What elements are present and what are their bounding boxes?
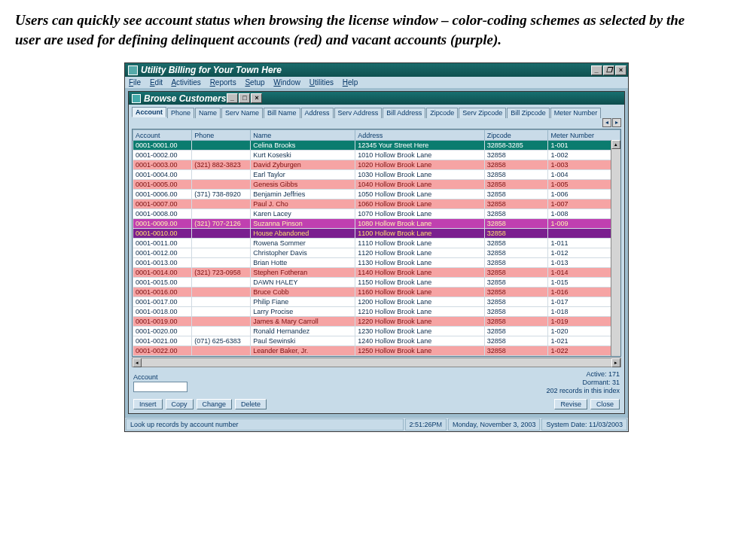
menu-setup[interactable]: Setup	[245, 78, 264, 87]
table-row[interactable]: 0001-0022.00Leander Baker, Jr.1250 Hollo…	[133, 346, 620, 356]
column-header[interactable]: Zipcode	[484, 130, 548, 141]
cell-zip: 32858	[484, 229, 548, 239]
table-row[interactable]: 0001-0021.00(071) 625-6383Paul Sewinski1…	[133, 336, 620, 346]
account-search-input[interactable]	[133, 382, 187, 392]
cell-zip: 32858	[484, 151, 548, 160]
tab-bill-zipcode[interactable]: Bill Zipcode	[507, 108, 550, 118]
menu-utilities[interactable]: Utilities	[309, 78, 334, 87]
tab-phone[interactable]: Phone	[167, 108, 194, 118]
horizontal-scrollbar[interactable]: ◂ ▸	[132, 358, 621, 367]
cell-zip: 32858	[484, 199, 548, 209]
child-maximize-button[interactable]: □	[239, 93, 250, 103]
tab-address[interactable]: Address	[301, 108, 334, 118]
menu-help[interactable]: Help	[343, 78, 358, 87]
cell-zip: 32858	[484, 307, 548, 317]
tab-scroll-right[interactable]: ▸	[612, 118, 621, 127]
cell-name: Ronald Hernandez	[251, 327, 355, 336]
cell-zip: 32858	[484, 239, 548, 248]
cell-account: 0001-0009.00	[133, 219, 192, 229]
close-button[interactable]: ×	[615, 65, 626, 75]
column-header[interactable]: Account	[133, 130, 192, 141]
minimize-button[interactable]: _	[591, 65, 602, 75]
data-grid[interactable]: AccountPhoneNameAddressZipcodeMeter Numb…	[132, 129, 621, 357]
cell-meter: 1-022	[548, 346, 620, 356]
cell-address: 1210 Hollow Brook Lane	[355, 307, 485, 317]
cell-phone: (321) 723-0958	[192, 268, 251, 278]
table-row[interactable]: 0001-0012.00Christopher Davis1120 Hollow…	[133, 248, 620, 258]
tab-zipcode[interactable]: Zipcode	[426, 108, 458, 118]
active-count: Active: 171	[546, 370, 620, 379]
tab-bill-address[interactable]: Bill Address	[383, 108, 425, 118]
tab-name[interactable]: Name	[195, 108, 221, 118]
cell-zip: 32858	[484, 209, 548, 219]
tab-serv-address[interactable]: Serv Address	[334, 108, 383, 118]
cell-account: 0001-0022.00	[133, 346, 192, 356]
tab-scroll-left[interactable]: ◂	[602, 118, 611, 127]
menubar: File Edit Activities Reports Setup Windo…	[125, 77, 628, 88]
cell-address: 1150 Hollow Brook Lane	[355, 278, 485, 288]
column-header[interactable]: Meter Number	[548, 130, 620, 141]
menu-activities[interactable]: Activities	[171, 78, 200, 87]
table-row[interactable]: 0001-0018.00Larry Procise1210 Hollow Bro…	[133, 307, 620, 317]
table-row[interactable]: 0001-0005.00Genesis Gibbs1040 Hollow Bro…	[133, 180, 620, 190]
insert-button[interactable]: Insert	[133, 399, 163, 409]
table-row[interactable]: 0001-0019.00James & Mary Carroll1220 Hol…	[133, 317, 620, 327]
table-row[interactable]: 0001-0001.00Celina Brooks12345 Your Stre…	[133, 141, 620, 151]
table-row[interactable]: 0001-0009.00(321) 707-2126Suzanna Pinson…	[133, 219, 620, 229]
child-minimize-button[interactable]: _	[227, 93, 238, 103]
table-row[interactable]: 0001-0002.00Kurt Koseski1010 Hollow Broo…	[133, 151, 620, 160]
menu-window[interactable]: Window	[273, 78, 300, 87]
column-header[interactable]: Address	[355, 130, 485, 141]
mdi-workspace: Browse Customers _ □ × AccountPhoneNameS…	[125, 88, 628, 416]
cell-account: 0001-0019.00	[133, 317, 192, 327]
cell-meter: 1-011	[548, 239, 620, 248]
cell-name: Rowena Sommer	[251, 239, 355, 248]
column-header[interactable]: Phone	[192, 130, 251, 141]
status-time: 2:51:26PM	[405, 418, 447, 431]
cell-meter: 1-006	[548, 190, 620, 199]
table-row[interactable]: 0001-0013.00Brian Hotte1130 Hollow Brook…	[133, 258, 620, 268]
status-sysdate: System Date: 11/03/2003	[541, 418, 627, 431]
menu-file[interactable]: File	[129, 78, 141, 87]
table-row[interactable]: 0001-0003.00(321) 882-3823David Zyburgen…	[133, 160, 620, 170]
child-close-button[interactable]: ×	[251, 93, 262, 103]
scroll-right-icon[interactable]: ▸	[611, 358, 620, 367]
restore-button[interactable]: ❐	[603, 65, 614, 75]
revise-button[interactable]: Revise	[554, 399, 587, 409]
close-form-button[interactable]: Close	[590, 399, 620, 409]
table-row[interactable]: 0001-0006.00(371) 738-8920Benjamin Jeffr…	[133, 190, 620, 199]
menu-reports[interactable]: Reports	[210, 78, 236, 87]
tab-bill-name[interactable]: Bill Name	[264, 108, 300, 118]
table-row[interactable]: 0001-0015.00DAWN HALEY1150 Hollow Brook …	[133, 278, 620, 288]
tab-account[interactable]: Account	[132, 107, 166, 117]
table-row[interactable]: 0001-0014.00(321) 723-0958Stephen Fother…	[133, 268, 620, 278]
cell-phone	[192, 278, 251, 288]
tab-meter-number[interactable]: Meter Number	[550, 108, 602, 118]
delete-button[interactable]: Delete	[235, 399, 267, 409]
cell-name: Genesis Gibbs	[251, 180, 355, 190]
cell-name: Larry Procise	[251, 307, 355, 317]
browse-customers-window: Browse Customers _ □ × AccountPhoneNameS…	[128, 91, 625, 413]
table-row[interactable]: 0001-0008.00Karen Lacey1070 Hollow Brook…	[133, 209, 620, 219]
tab-serv-zipcode[interactable]: Serv Zipcode	[459, 108, 506, 118]
table-row[interactable]: 0001-0016.00Bruce Cobb1160 Hollow Brook …	[133, 288, 620, 297]
table-row[interactable]: 0001-0017.00Philip Fiane1200 Hollow Broo…	[133, 297, 620, 307]
titlebar[interactable]: Utility Billing for Your Town Here _ ❐ ×	[125, 63, 628, 77]
tab-serv-name[interactable]: Serv Name	[221, 108, 263, 118]
cell-phone	[192, 239, 251, 248]
table-row[interactable]: 0001-0020.00Ronald Hernandez1230 Hollow …	[133, 327, 620, 336]
table-row[interactable]: 0001-0004.00Earl Taylor1030 Hollow Brook…	[133, 170, 620, 180]
cell-meter: 1-017	[548, 297, 620, 307]
vertical-scrollbar[interactable]: ▴	[611, 140, 620, 356]
scroll-left-icon[interactable]: ◂	[133, 358, 142, 367]
copy-button[interactable]: Copy	[166, 399, 194, 409]
change-button[interactable]: Change	[197, 399, 233, 409]
table-row[interactable]: 0001-0007.00Paul J. Cho1060 Hollow Brook…	[133, 199, 620, 209]
table-row[interactable]: 0001-0010.00House Abandoned1100 Hollow B…	[133, 229, 620, 239]
footer-panel: Account Active: 171 Dormant: 31 202 reco…	[129, 369, 624, 397]
child-titlebar[interactable]: Browse Customers _ □ ×	[129, 92, 624, 105]
scroll-up-icon[interactable]: ▴	[611, 140, 620, 149]
column-header[interactable]: Name	[251, 130, 355, 141]
table-row[interactable]: 0001-0011.00Rowena Sommer1110 Hollow Bro…	[133, 239, 620, 248]
menu-edit[interactable]: Edit	[150, 78, 163, 87]
